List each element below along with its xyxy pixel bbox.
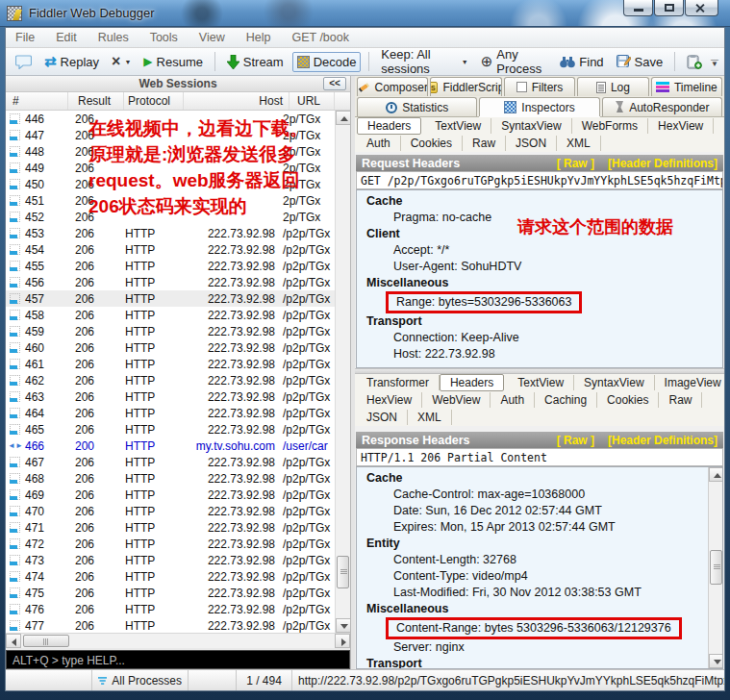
header-item[interactable]: Last-Modified: Fri, 30 Nov 2012 03:38:53…: [366, 585, 707, 601]
session-row[interactable]: 455206HTTP222.73.92.98/p2p/TGx: [6, 258, 335, 274]
decode-toggle-button[interactable]: Decode: [292, 52, 362, 72]
header-item[interactable]: Range: bytes=5303296-5336063: [366, 291, 722, 313]
header-item[interactable]: Content-Type: video/mp4: [366, 568, 707, 585]
collapse-panel-button[interactable]: <<: [323, 77, 346, 90]
tab-response-json[interactable]: JSON: [357, 410, 408, 425]
header-item[interactable]: Server: nginx: [366, 639, 707, 656]
header-item[interactable]: Host: 222.73.92.98: [366, 346, 722, 362]
session-row[interactable]: 458206HTTP222.73.92.98/p2p/TGx: [6, 307, 335, 323]
tab-request-hexview[interactable]: HexView: [648, 118, 714, 134]
raw-link[interactable]: [ Raw ]: [557, 157, 594, 170]
header-item[interactable]: Content-Length: 32768: [366, 552, 707, 568]
session-row[interactable]: 4472062p/TGx: [6, 127, 335, 143]
tab-request-auth[interactable]: Auth: [357, 136, 401, 151]
response-status-line[interactable]: HTTP/1.1 206 Partial Content: [356, 448, 723, 466]
menu-item-edit[interactable]: Edit: [56, 31, 77, 44]
session-row[interactable]: 462206HTTP222.73.92.98/p2p/TGx: [6, 372, 335, 388]
session-row[interactable]: 4522062p/TGx: [6, 209, 335, 225]
header-item[interactable]: Connection: Keep-Alive: [366, 330, 722, 346]
tab-composer[interactable]: Composer: [357, 77, 428, 96]
session-row[interactable]: 457206HTTP222.73.92.98/p2p/TGx: [6, 290, 335, 307]
session-row[interactable]: 4502062p/TGx: [6, 176, 335, 192]
comment-button[interactable]: [12, 53, 36, 71]
session-row[interactable]: 475206HTTP222.73.92.98/p2p/TGx: [6, 585, 335, 601]
session-row[interactable]: 460206HTTP222.73.92.98/p2p/TGx: [6, 339, 335, 356]
tab-request-raw[interactable]: Raw: [463, 136, 506, 151]
tab-autoresponder[interactable]: AutoResponder: [602, 97, 722, 116]
session-row[interactable]: 4462062p/TGx: [6, 111, 335, 127]
tab-filters[interactable]: Filters: [504, 77, 575, 96]
tab-request-textview[interactable]: TextView: [425, 118, 491, 134]
any-process-button[interactable]: ⊕ Any Process: [477, 45, 552, 78]
header-definitions-link[interactable]: [Header Definitions]: [608, 157, 717, 170]
session-row[interactable]: 454206HTTP222.73.92.98/p2p/TGx: [6, 241, 335, 258]
scroll-down-button[interactable]: [709, 654, 723, 668]
column-header-url[interactable]: URL: [289, 92, 335, 110]
tab-response-caching[interactable]: Caching: [535, 392, 597, 408]
tab-response-raw[interactable]: Raw: [659, 392, 702, 408]
tab-inspectors[interactable]: Inspectors: [479, 97, 599, 116]
tab-timeline[interactable]: Timeline: [651, 77, 722, 96]
session-row[interactable]: 4512062p/TGx: [6, 192, 335, 209]
header-definitions-link[interactable]: [Header Definitions]: [608, 434, 717, 447]
tab-request-cookies[interactable]: Cookies: [401, 136, 463, 151]
minimize-button[interactable]: [623, 0, 653, 16]
tab-response-syntaxview[interactable]: SyntaxView: [574, 375, 654, 390]
title-bar[interactable]: Fiddler Web Debugger: [0, 0, 730, 27]
session-row[interactable]: 465206HTTP222.73.92.98/p2p/TGx: [6, 421, 335, 438]
tab-fiddlerscript[interactable]: JSFiddlerScript: [430, 77, 501, 96]
response-vertical-scrollbar[interactable]: [708, 467, 722, 668]
header-item[interactable]: User-Agent: SohuHDTV: [366, 259, 722, 275]
session-row[interactable]: 464206HTTP222.73.92.98/p2p/TGx: [6, 405, 335, 421]
header-item[interactable]: Accept: */*: [366, 242, 722, 259]
scroll-right-button[interactable]: [335, 634, 350, 648]
tab-response-imageview[interactable]: ImageView: [655, 375, 730, 390]
scroll-up-button[interactable]: [336, 111, 350, 125]
session-row[interactable]: 463206HTTP222.73.92.98/p2p/TGx: [6, 388, 335, 405]
session-row[interactable]: 474206HTTP222.73.92.98/p2p/TGx: [6, 568, 335, 585]
menu-item-file[interactable]: File: [15, 31, 35, 44]
tab-response-xml[interactable]: XML: [408, 410, 452, 425]
tab-response-cookies[interactable]: Cookies: [597, 392, 659, 408]
session-row[interactable]: 470206HTTP222.73.92.98/p2p/TGx: [6, 503, 335, 519]
header-item[interactable]: Expires: Mon, 15 Apr 2013 02:57:44 GMT: [366, 519, 707, 536]
resume-button[interactable]: ▶ Resume: [139, 53, 207, 71]
menu-item-view[interactable]: View: [199, 31, 225, 44]
maximize-button[interactable]: [654, 0, 684, 16]
tab-response-hexview[interactable]: HexView: [357, 392, 422, 408]
session-row[interactable]: 453206HTTP222.73.92.98/p2p/TGx: [6, 225, 335, 241]
close-button[interactable]: [685, 0, 718, 16]
session-row[interactable]: 4482062p/TGx: [6, 143, 335, 160]
scroll-up-button[interactable]: [709, 467, 723, 482]
stream-button[interactable]: Stream: [223, 53, 288, 71]
replay-button[interactable]: ⇄ Replay: [40, 51, 103, 72]
menu-item-rules[interactable]: Rules: [98, 31, 129, 44]
session-row[interactable]: 468206HTTP222.73.92.98/p2p/TGx: [6, 470, 335, 487]
tab-response-webview[interactable]: WebView: [422, 392, 491, 408]
status-process-filter[interactable]: All Processes: [92, 670, 189, 690]
tab-request-xml[interactable]: XML: [557, 136, 601, 151]
tab-statistics[interactable]: Statistics: [357, 97, 477, 116]
column-header-host[interactable]: Host: [184, 92, 289, 110]
session-row[interactable]: 4492062p/TGx: [6, 160, 335, 176]
tab-response-transformer[interactable]: Transformer: [357, 375, 440, 390]
remove-button[interactable]: × ▼: [108, 54, 135, 69]
keep-sessions-dropdown[interactable]: Keep: All sessions ▼: [377, 45, 471, 78]
tab-response-headers[interactable]: Headers: [440, 374, 504, 391]
column-header-result[interactable]: Result: [68, 92, 124, 110]
session-row[interactable]: 459206HTTP222.73.92.98/p2p/TGx: [6, 323, 335, 339]
status-capturing-cell[interactable]: [6, 670, 92, 690]
session-horizontal-scrollbar[interactable]: [6, 633, 350, 648]
header-item[interactable]: Content-Range: bytes 5303296-5336063/121…: [366, 617, 707, 639]
column-header-protocol[interactable]: Protocol: [124, 92, 184, 110]
session-row[interactable]: 456206HTTP222.73.92.98/p2p/TGx: [6, 274, 335, 290]
menu-item-help[interactable]: Help: [246, 31, 271, 44]
menu-item-tools[interactable]: Tools: [150, 31, 178, 44]
menu-item-get-book[interactable]: GET /book: [291, 31, 349, 44]
scroll-down-button[interactable]: [336, 618, 350, 633]
scrollbar-thumb[interactable]: [337, 556, 349, 588]
tab-request-json[interactable]: JSON: [506, 136, 557, 151]
session-row[interactable]: 472206HTTP222.73.92.98/p2p/TGx: [6, 536, 335, 552]
session-row[interactable]: 476206HTTP222.73.92.98/p2p/TGx: [6, 601, 335, 617]
toolbar-overflow-arrow[interactable]: —▼: [711, 57, 718, 66]
